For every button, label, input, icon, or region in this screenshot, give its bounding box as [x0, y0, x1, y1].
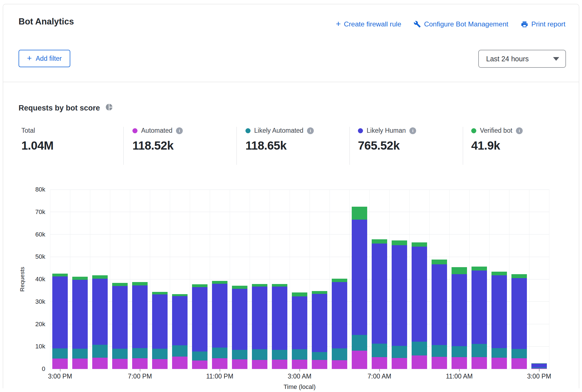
bar-segment-automated	[452, 357, 467, 369]
bar-10-00-pm[interactable]	[192, 284, 207, 369]
bar-segment-automated	[511, 358, 527, 369]
gridline-horizontal	[50, 212, 549, 212]
bar-3-00-am[interactable]	[292, 292, 307, 369]
bar-segment-verified-bot	[432, 260, 447, 264]
y-axis-tick-labels: 010k20k30k40k50k60k70k80k	[19, 190, 45, 369]
legend-dot-verified-bot	[471, 128, 476, 133]
bar-6-00-pm[interactable]	[112, 283, 128, 369]
bar-8-00-am[interactable]	[392, 240, 407, 369]
stat-total: Total 1.04M	[21, 127, 53, 152]
bar-segment-likely-human	[152, 294, 168, 349]
bar-segment-verified-bot	[372, 239, 387, 244]
bar-segment-likely-human	[212, 284, 227, 348]
bar-segment-automated	[192, 361, 207, 369]
x-tick-label: 3:00 PM	[527, 373, 551, 380]
bar-segment-likely-human	[392, 245, 407, 346]
stat-verified-bot: Verified bot i 41.9k	[471, 127, 523, 152]
bar-4-00-am[interactable]	[312, 291, 327, 369]
bar-segment-verified-bot	[72, 277, 88, 280]
printer-icon	[521, 21, 528, 28]
bar-segment-automated	[392, 358, 407, 369]
x-tick-label: 11:00 AM	[446, 373, 473, 380]
bar-segment-automated	[232, 359, 247, 369]
bar-segment-likely-automated	[192, 352, 207, 361]
bar-12-00-am[interactable]	[232, 286, 247, 369]
gridline-vertical	[210, 190, 210, 369]
bar-1-00-am[interactable]	[252, 284, 267, 369]
x-axis-ticks	[50, 369, 549, 372]
stat-divider	[236, 127, 237, 165]
bar-11-00-pm[interactable]	[212, 281, 227, 369]
gridline-vertical	[409, 190, 410, 369]
info-icon[interactable]: i	[409, 127, 416, 134]
print-report-link[interactable]: Print report	[521, 20, 565, 28]
bar-segment-verified-bot	[332, 279, 347, 282]
bar-segment-likely-human	[432, 264, 447, 345]
add-filter-button[interactable]: + Add filter	[19, 50, 70, 67]
bar-segment-automated	[72, 359, 88, 369]
bar-7-00-am[interactable]	[372, 239, 387, 369]
bar-segment-verified-bot	[511, 274, 527, 278]
bar-segment-likely-human	[531, 364, 547, 368]
bar-segment-likely-automated	[132, 348, 148, 358]
bar-segment-verified-bot	[452, 267, 467, 274]
gridline-vertical	[429, 190, 430, 369]
bar-5-00-am[interactable]	[332, 279, 347, 369]
bar-segment-automated	[212, 358, 227, 369]
bar-2-00-am[interactable]	[272, 284, 287, 369]
bar-segment-likely-human	[292, 296, 307, 349]
bar-12-00-pm[interactable]	[472, 267, 487, 369]
info-icon[interactable]: i	[176, 127, 183, 134]
header-actions: + Create firewall rule Configure Bot Man…	[336, 20, 565, 28]
info-icon[interactable]: i	[307, 127, 314, 134]
chart-title-text: Requests by bot score	[19, 104, 100, 112]
configure-bot-management-link[interactable]: Configure Bot Management	[414, 20, 508, 28]
gridline-vertical	[310, 190, 310, 369]
stat-label-row: Automated i	[132, 127, 183, 134]
bar-9-00-am[interactable]	[412, 242, 427, 369]
bar-segment-verified-bot	[491, 272, 507, 276]
bar-segment-likely-automated	[212, 348, 227, 358]
print-report-label: Print report	[531, 20, 565, 28]
bar-9-00-pm[interactable]	[172, 294, 188, 369]
bar-3-00-pm[interactable]	[531, 363, 547, 369]
create-firewall-rule-link[interactable]: + Create firewall rule	[336, 20, 401, 28]
bar-segment-likely-human	[112, 286, 128, 349]
wrench-icon	[414, 21, 421, 28]
bar-10-00-am[interactable]	[432, 260, 447, 369]
bar-segment-automated	[352, 351, 367, 369]
info-icon[interactable]: i	[516, 127, 523, 134]
gridline-vertical	[150, 190, 150, 369]
bar-segment-likely-automated	[432, 345, 447, 357]
bar-segment-automated	[52, 359, 68, 369]
bar-11-00-am[interactable]	[452, 267, 467, 369]
stat-divider	[463, 127, 463, 165]
bar-segment-likely-human	[52, 276, 68, 348]
bar-1-00-pm[interactable]	[491, 272, 507, 369]
bar-5-00-pm[interactable]	[92, 275, 108, 369]
bar-3-00-pm[interactable]	[52, 274, 68, 369]
bar-segment-automated	[412, 355, 427, 369]
bar-segment-verified-bot	[392, 240, 407, 245]
gridline-vertical	[349, 190, 350, 369]
gridline-vertical	[110, 190, 110, 369]
bar-2-00-pm[interactable]	[511, 274, 527, 369]
analytics-card: Bot Analytics + Create firewall rule Con…	[3, 4, 579, 388]
bar-segment-likely-automated	[511, 349, 527, 358]
bar-4-00-pm[interactable]	[72, 277, 88, 369]
bar-segment-likely-human	[252, 287, 267, 349]
bar-6-00-am[interactable]	[352, 207, 367, 369]
bar-8-00-pm[interactable]	[152, 292, 168, 369]
gridline-vertical	[389, 190, 390, 369]
bar-segment-likely-human	[412, 247, 427, 341]
bar-segment-likely-automated	[491, 348, 507, 358]
gridline-horizontal	[50, 234, 549, 235]
gridline-vertical	[369, 190, 370, 369]
bar-7-00-pm[interactable]	[132, 282, 148, 369]
bar-segment-verified-bot	[412, 242, 427, 247]
bar-segment-likely-human	[472, 271, 487, 344]
bar-segment-likely-automated	[392, 346, 407, 358]
x-tick	[140, 369, 140, 371]
time-range-select[interactable]: Last 24 hours	[478, 50, 566, 68]
stat-divider	[349, 127, 350, 165]
